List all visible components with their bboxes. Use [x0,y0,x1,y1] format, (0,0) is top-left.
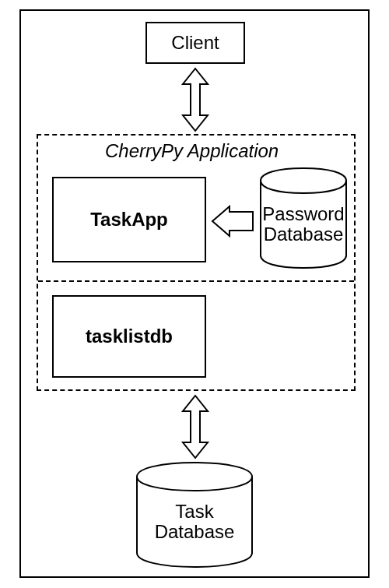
arrow-pwdb-taskapp [211,205,254,238]
group-divider [38,280,354,282]
group-title: CherryPy Application [105,140,279,162]
arrow-app-taskdb [173,394,217,459]
node-client: Client [145,22,245,64]
outer-frame: Client CherryPy Application TaskApp [19,9,370,578]
arrow-client-app [173,67,217,132]
node-task-db: Task Database [134,461,255,569]
node-tasklistdb: tasklistdb [52,295,206,378]
node-taskapp: TaskApp [52,177,206,262]
taskdb-label-1: Task [175,501,213,522]
node-password-db: Password Database [258,167,349,269]
taskdb-label-2: Database [155,521,235,542]
tasklistdb-label: tasklistdb [86,326,173,347]
taskapp-label: TaskApp [90,209,168,230]
diagram-stage: Client CherryPy Application TaskApp [0,0,389,588]
client-label: Client [171,33,219,53]
pwdb-label-1: Password [262,203,344,224]
pwdb-label-2: Database [264,224,344,245]
group-cherrypy-app: CherryPy Application TaskApp Password Da… [37,134,356,391]
